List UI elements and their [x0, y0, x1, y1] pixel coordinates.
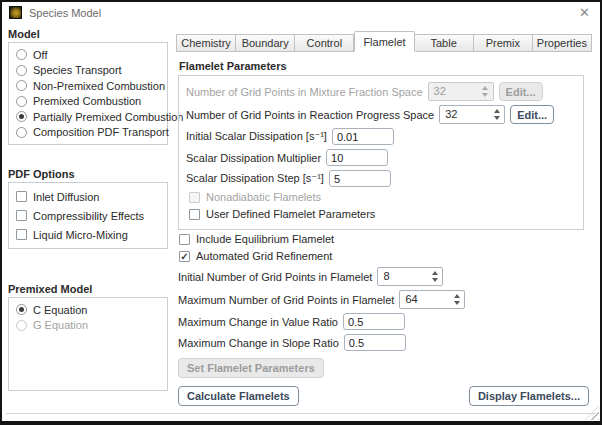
flamelet-parameters-box: Number of Grid Points in Mixture Fractio… [178, 75, 584, 230]
checkbox-include-equilibrium-flamelet[interactable]: Include Equilibrium Flamelet [179, 233, 592, 245]
radio-icon [16, 96, 27, 107]
title-bar: Species Model ✕ [2, 2, 600, 23]
checkbox-disabled-icon [189, 192, 200, 203]
tab-control[interactable]: Control [295, 34, 354, 52]
dialog-body: Model Off Species Transport Non-Premixed… [2, 23, 600, 406]
radio-disabled-icon [16, 320, 27, 331]
scalar-dissipation-multiplier-input[interactable] [326, 149, 388, 166]
pdf-options-box: Inlet Diffusion Compressibility Effects … [8, 182, 168, 249]
close-icon[interactable]: ✕ [579, 6, 590, 19]
flamelet-tab-content: Flamelet Parameters Number of Grid Point… [176, 52, 596, 406]
spinner-arrows-icon [478, 83, 493, 100]
mixture-fraction-spinner: 32 [428, 82, 494, 101]
row-scalar-dissipation-multiplier: Scalar Dissipation Multiplier [186, 149, 577, 166]
display-flamelets-button[interactable]: Display Flamelets... [469, 386, 589, 406]
tab-premix[interactable]: Premix [474, 34, 533, 52]
premixed-model-heading: Premixed Model [8, 283, 168, 295]
spinner-arrows-icon[interactable] [449, 291, 464, 308]
radio-species-transport[interactable]: Species Transport [16, 63, 163, 79]
radio-c-equation[interactable]: C Equation [16, 302, 163, 318]
max-slope-ratio-input[interactable] [344, 334, 406, 351]
edit-reaction-progress-button[interactable]: Edit... [510, 105, 554, 124]
checkbox-icon [16, 191, 27, 202]
checkbox-nonadiabatic-flamelets: Nonadiabatic Flamelets [189, 191, 577, 203]
max-value-ratio-input[interactable] [343, 313, 405, 330]
radio-icon [16, 49, 27, 60]
checkbox-icon [16, 210, 27, 221]
radio-icon [16, 80, 27, 91]
tab-boundary[interactable]: Boundary [236, 34, 295, 52]
species-model-icon [9, 6, 22, 19]
checkbox-liquid-micro-mixing[interactable]: Liquid Micro-Mixing [16, 225, 163, 244]
flamelet-parameters-heading: Flamelet Parameters [179, 60, 592, 72]
checkbox-inlet-diffusion[interactable]: Inlet Diffusion [16, 187, 163, 206]
checkbox-icon [189, 209, 200, 220]
max-grid-points-spinner[interactable]: 64 [399, 290, 465, 309]
tab-flamelet[interactable]: Flamelet [354, 31, 414, 52]
model-group-heading: Model [8, 28, 168, 40]
checkbox-icon [179, 234, 190, 245]
checkbox-automated-grid-refinement[interactable]: ✓ Automated Grid Refinement [179, 250, 592, 262]
pdf-options-heading: PDF Options [8, 168, 168, 180]
row-initial-grid-points: Initial Number of Grid Points in Flamele… [178, 267, 592, 286]
tab-chemistry[interactable]: Chemistry [176, 34, 236, 52]
initial-grid-points-spinner[interactable]: 8 [377, 267, 443, 286]
radio-partially-premixed-combustion[interactable]: Partially Premixed Combustion [16, 109, 163, 125]
flamelet-actions: Calculate Flamelets Display Flamelets... [178, 386, 592, 406]
row-max-slope-ratio: Maximum Change in Slope Ratio [178, 334, 592, 351]
scalar-dissipation-step-input[interactable] [329, 170, 391, 187]
spinner-arrows-icon[interactable] [489, 106, 504, 123]
calculate-flamelets-button[interactable]: Calculate Flamelets [178, 386, 299, 406]
radio-icon [16, 127, 27, 138]
radio-premixed-combustion[interactable]: Premixed Combustion [16, 94, 163, 110]
checkbox-checked-icon: ✓ [179, 251, 190, 262]
row-mixture-fraction: Number of Grid Points in Mixture Fractio… [186, 82, 577, 101]
row-max-grid-points: Maximum Number of Grid Points in Flamele… [178, 290, 592, 309]
left-panel: Model Off Species Transport Non-Premixed… [8, 25, 168, 406]
right-panel: Chemistry Boundary Control Flamelet Tabl… [168, 25, 596, 406]
window-title: Species Model [29, 7, 101, 19]
row-max-value-ratio: Maximum Change in Value Ratio [178, 313, 592, 330]
radio-selected-icon [16, 111, 27, 122]
footer-buttons: OK Apply Cancel Help [2, 414, 600, 425]
tab-table[interactable]: Table [415, 34, 474, 52]
species-model-dialog: Species Model ✕ Model Off Species Transp… [0, 0, 602, 425]
row-reaction-progress: Number of Grid Points in Reaction Progre… [186, 105, 577, 124]
model-group-box: Off Species Transport Non-Premixed Combu… [8, 42, 168, 145]
row-scalar-dissipation-step: Scalar Dissipation Step [s⁻¹] [186, 170, 577, 187]
spinner-arrows-icon[interactable] [427, 268, 442, 285]
set-flamelet-parameters-button: Set Flamelet Parameters [178, 358, 324, 378]
radio-g-equation: G Equation [16, 318, 163, 334]
row-initial-scalar-dissipation: Initial Scalar Dissipation [s⁻¹] [186, 128, 577, 145]
initial-scalar-dissipation-input[interactable] [332, 128, 394, 145]
radio-icon [16, 65, 27, 76]
checkbox-icon [16, 229, 27, 240]
reaction-progress-spinner[interactable]: 32 [439, 105, 505, 124]
radio-non-premixed-combustion[interactable]: Non-Premixed Combustion [16, 78, 163, 94]
radio-composition-pdf-transport[interactable]: Composition PDF Transport [16, 125, 163, 141]
tab-properties[interactable]: Properties [533, 34, 592, 52]
edit-mixture-fraction-button: Edit... [499, 82, 543, 101]
tab-bar: Chemistry Boundary Control Flamelet Tabl… [176, 31, 592, 52]
premixed-model-box: C Equation G Equation [8, 297, 168, 391]
checkbox-compressibility-effects[interactable]: Compressibility Effects [16, 206, 163, 225]
radio-off[interactable]: Off [16, 47, 163, 63]
checkbox-user-defined-flamelet-parameters[interactable]: User Defined Flamelet Parameters [189, 208, 577, 220]
radio-selected-icon [16, 304, 27, 315]
